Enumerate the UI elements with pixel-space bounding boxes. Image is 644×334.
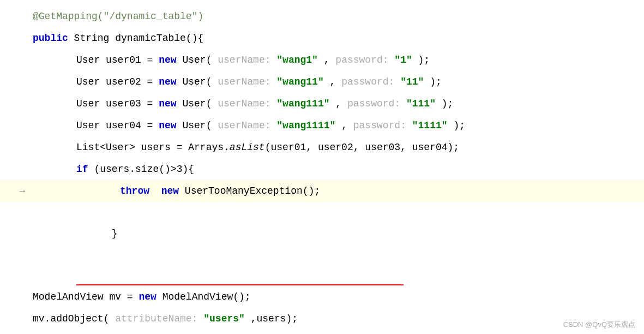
line-content-3: User user01 = new User( userName: "wang1… <box>27 50 644 70</box>
code-line-9: → throw new UserTooManyException(); <box>0 180 644 202</box>
line-content-5: User user03 = new User( userName: "wang1… <box>27 93 644 114</box>
code-line-5: User user03 = new User( userName: "wang1… <box>0 93 644 115</box>
error-underline <box>76 284 404 285</box>
line-content-2: public String dynamicTable(){ <box>27 28 644 49</box>
code-line-2: public String dynamicTable(){ <box>0 27 644 49</box>
line-content-9: throw new UserTooManyException(); <box>27 181 644 201</box>
line-content-12: mv.addObject( attributeName: "users" ,us… <box>27 308 644 329</box>
line-content-7: List<User> users = Arrays.asList(user01,… <box>27 137 644 158</box>
code-line-6: User user04 = new User( userName: "wang1… <box>0 115 644 136</box>
code-line-12: mv.addObject( attributeName: "users" ,us… <box>0 308 644 330</box>
code-line-7: List<User> users = Arrays.asList(user01,… <box>0 136 644 158</box>
line-content-1: @GetMapping("/dynamic_table") <box>27 6 644 27</box>
code-line-13: return "table/dynamic_table"; <box>0 330 644 334</box>
line-content-6: User user04 = new User( userName: "wang1… <box>27 115 644 136</box>
gutter-9: → <box>0 181 27 201</box>
line-content-8: if (users.size()>3){ <box>27 159 644 180</box>
code-line-1: @GetMapping("/dynamic_table") <box>0 5 644 27</box>
line-content-11: ModelAndView mv = new ModelAndView(); <box>27 287 644 307</box>
code-line-11: ModelAndView mv = new ModelAndView(); <box>0 286 644 308</box>
code-line-8: if (users.size()>3){ <box>0 158 644 180</box>
code-line-10: } <box>0 202 644 286</box>
watermark: CSDN @QvQ要乐观点 <box>563 320 635 330</box>
code-line-4: User user02 = new User( userName: "wang1… <box>0 71 644 93</box>
code-editor: @GetMapping("/dynamic_table") public Str… <box>0 0 644 334</box>
line-content-4: User user02 = new User( userName: "wang1… <box>27 71 644 92</box>
line-content-13: return "table/dynamic_table"; <box>27 330 644 334</box>
line-content-10: } <box>27 202 644 285</box>
code-line-3: User user01 = new User( userName: "wang1… <box>0 49 644 71</box>
arrow-icon: → <box>19 181 25 201</box>
